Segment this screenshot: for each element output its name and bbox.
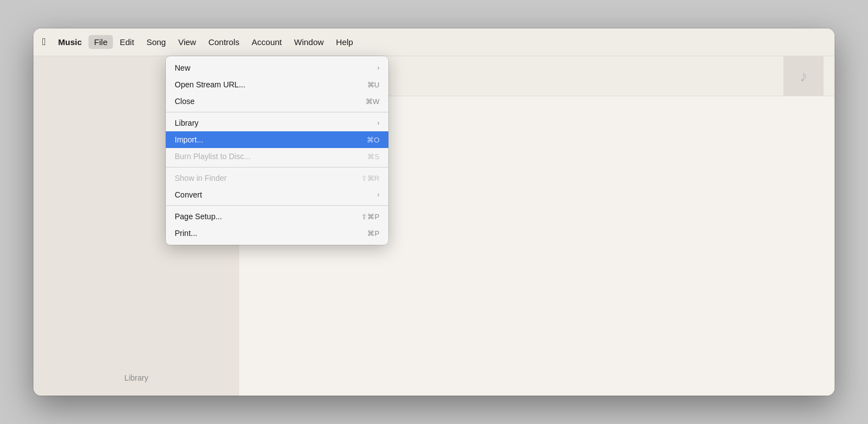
menu-file-convert[interactable]: Convert › [166,186,388,203]
shortcut-close: ⌘W [366,97,379,106]
separator-1 [166,112,388,112]
menu-file-print[interactable]: Print... ⌘P [166,225,388,241]
menu-file-page-setup[interactable]: Page Setup... ⇧⌘P [166,208,388,225]
menu-file-close[interactable]: Close ⌘W [166,93,388,110]
shortcut-finder: ⇧⌘R [361,174,379,183]
menu-file-open-stream[interactable]: Open Stream URL... ⌘U [166,76,388,93]
arrow-library-icon: › [377,119,379,127]
separator-3 [166,205,388,206]
app-window:  Music File Edit Song View Controls Acc… [33,28,835,396]
shortcut-print: ⌘P [367,229,379,238]
menu-file-import[interactable]: Import... ⌘O [166,131,388,148]
separator-2 [166,167,388,167]
menu-file-new[interactable]: New › [166,60,388,76]
shortcut-open-stream: ⌘U [367,81,379,89]
shortcut-burn: ⌘S [367,152,379,161]
menu-file-library[interactable]: Library › [166,115,388,131]
arrow-convert-icon: › [377,191,379,199]
menu-file-burn-playlist[interactable]: Burn Playlist to Disc... ⌘S [166,148,388,165]
menu-file-show-finder[interactable]: Show in Finder ⇧⌘R [166,170,388,186]
shortcut-import: ⌘O [367,136,379,144]
dropdown-overlay[interactable]: New › Open Stream URL... ⌘U Close ⌘W Lib… [33,28,835,396]
arrow-icon: › [377,64,379,72]
file-menu-dropdown: New › Open Stream URL... ⌘U Close ⌘W Lib… [166,56,388,245]
shortcut-page-setup: ⇧⌘P [361,213,379,221]
